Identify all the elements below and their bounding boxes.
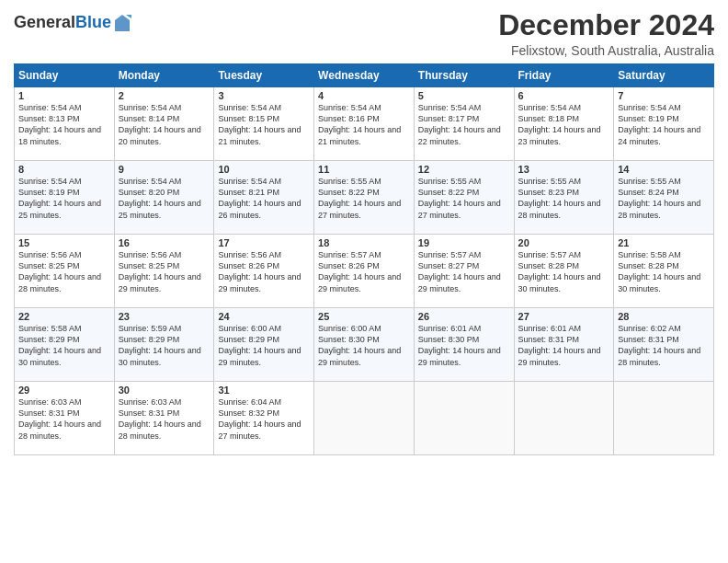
table-row: 1 Sunrise: 5:54 AMSunset: 8:13 PMDayligh… [15,87,115,161]
table-row: 17 Sunrise: 5:56 AMSunset: 8:26 PMDaylig… [214,235,314,308]
table-row: 3 Sunrise: 5:54 AMSunset: 8:15 PMDayligh… [214,87,314,161]
empty-cell [414,382,514,455]
calendar-header-row: Sunday Monday Tuesday Wednesday Thursday… [15,64,714,87]
empty-cell [614,382,714,455]
table-row: 16 Sunrise: 5:56 AMSunset: 8:25 PMDaylig… [114,235,214,308]
col-monday: Monday [114,64,214,87]
table-row: 14 Sunrise: 5:55 AMSunset: 8:24 PMDaylig… [614,161,714,235]
title-area: December 2024 Felixstow, South Australia… [498,9,714,58]
header: GeneralBlue December 2024 Felixstow, Sou… [14,9,714,58]
logo-blue: Blue [75,13,111,31]
table-row: 20 Sunrise: 5:57 AMSunset: 8:28 PMDaylig… [514,235,614,308]
calendar-week-3: 15 Sunrise: 5:56 AMSunset: 8:25 PMDaylig… [15,235,714,308]
table-row: 28 Sunrise: 6:02 AMSunset: 8:31 PMDaylig… [614,308,714,382]
logo: GeneralBlue [14,13,131,33]
calendar-week-4: 22 Sunrise: 5:58 AMSunset: 8:29 PMDaylig… [15,308,714,382]
table-row: 29 Sunrise: 6:03 AMSunset: 8:31 PMDaylig… [15,382,115,455]
table-row: 7 Sunrise: 5:54 AMSunset: 8:19 PMDayligh… [614,87,714,161]
table-row: 30 Sunrise: 6:03 AMSunset: 8:31 PMDaylig… [114,382,214,455]
col-tuesday: Tuesday [214,64,314,87]
col-wednesday: Wednesday [314,64,415,87]
calendar-week-5: 29 Sunrise: 6:03 AMSunset: 8:31 PMDaylig… [15,382,714,455]
table-row: 12 Sunrise: 5:55 AMSunset: 8:22 PMDaylig… [414,161,514,235]
table-row: 31 Sunrise: 6:04 AMSunset: 8:32 PMDaylig… [214,382,314,455]
col-friday: Friday [514,64,614,87]
table-row: 23 Sunrise: 5:59 AMSunset: 8:29 PMDaylig… [114,308,214,382]
calendar-week-1: 1 Sunrise: 5:54 AMSunset: 8:13 PMDayligh… [15,87,714,161]
calendar-week-2: 8 Sunrise: 5:54 AMSunset: 8:19 PMDayligh… [15,161,714,235]
table-row: 22 Sunrise: 5:58 AMSunset: 8:29 PMDaylig… [15,308,115,382]
location: Felixstow, South Australia, Australia [498,43,714,58]
table-row: 2 Sunrise: 5:54 AMSunset: 8:14 PMDayligh… [114,87,214,161]
table-row: 24 Sunrise: 6:00 AMSunset: 8:29 PMDaylig… [214,308,314,382]
table-row: 4 Sunrise: 5:54 AMSunset: 8:16 PMDayligh… [314,87,415,161]
table-row: 18 Sunrise: 5:57 AMSunset: 8:26 PMDaylig… [314,235,415,308]
empty-cell [514,382,614,455]
table-row: 6 Sunrise: 5:54 AMSunset: 8:18 PMDayligh… [514,87,614,161]
empty-cell [314,382,415,455]
table-row: 26 Sunrise: 6:01 AMSunset: 8:30 PMDaylig… [414,308,514,382]
logo-general: General [14,13,75,31]
table-row: 19 Sunrise: 5:57 AMSunset: 8:27 PMDaylig… [414,235,514,308]
table-row: 13 Sunrise: 5:55 AMSunset: 8:23 PMDaylig… [514,161,614,235]
col-sunday: Sunday [15,64,115,87]
table-row: 11 Sunrise: 5:55 AMSunset: 8:22 PMDaylig… [314,161,415,235]
col-saturday: Saturday [614,64,714,87]
table-row: 25 Sunrise: 6:00 AMSunset: 8:30 PMDaylig… [314,308,415,382]
table-row: 5 Sunrise: 5:54 AMSunset: 8:17 PMDayligh… [414,87,514,161]
calendar: Sunday Monday Tuesday Wednesday Thursday… [14,63,714,455]
col-thursday: Thursday [414,64,514,87]
month-title: December 2024 [498,9,714,41]
table-row: 21 Sunrise: 5:58 AMSunset: 8:28 PMDaylig… [614,235,714,308]
table-row: 8 Sunrise: 5:54 AMSunset: 8:19 PMDayligh… [15,161,115,235]
page: GeneralBlue December 2024 Felixstow, Sou… [0,0,728,563]
logo-icon [113,13,131,33]
table-row: 15 Sunrise: 5:56 AMSunset: 8:25 PMDaylig… [15,235,115,308]
table-row: 10 Sunrise: 5:54 AMSunset: 8:21 PMDaylig… [214,161,314,235]
table-row: 27 Sunrise: 6:01 AMSunset: 8:31 PMDaylig… [514,308,614,382]
table-row: 9 Sunrise: 5:54 AMSunset: 8:20 PMDayligh… [114,161,214,235]
